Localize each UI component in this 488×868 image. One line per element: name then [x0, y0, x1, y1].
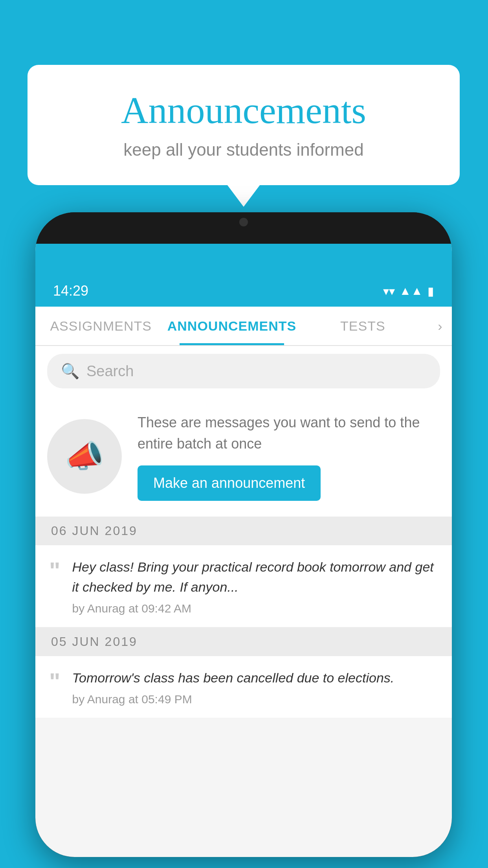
announcement-icon-circle: 📣	[47, 419, 122, 494]
announcement-message-2: Tomorrow's class has been cancelled due …	[72, 668, 438, 688]
bubble-title: Announcements	[59, 88, 428, 132]
phone-frame: 14:29 ▾▾ ▲▲ ▮ ← Physics Batch 12 Owner ⚙…	[35, 212, 452, 857]
notch-center	[200, 212, 287, 232]
bubble-subtitle: keep all your students informed	[59, 140, 428, 160]
announcement-prompt: 📣 These are messages you want to send to…	[35, 396, 452, 517]
status-bar: 14:29 ▾▾ ▲▲ ▮	[35, 275, 452, 307]
quote-icon-2: "	[49, 670, 60, 693]
status-time: 14:29	[53, 283, 88, 299]
tabs-bar: ASSIGNMENTS ANNOUNCEMENTS TESTS ›	[35, 307, 452, 346]
battery-icon: ▮	[427, 284, 434, 298]
search-input[interactable]: Search	[86, 363, 134, 380]
search-bar: 🔍 Search	[35, 346, 452, 396]
signal-icon: ▲▲	[400, 284, 423, 298]
camera	[239, 218, 248, 226]
speech-bubble: Announcements keep all your students inf…	[28, 65, 460, 185]
make-announcement-button[interactable]: Make an announcement	[138, 465, 321, 501]
announcement-by-1: by Anurag at 09:42 AM	[72, 602, 438, 615]
announcement-item-2[interactable]: " Tomorrow's class has been cancelled du…	[35, 656, 452, 718]
status-icons: ▾▾ ▲▲ ▮	[383, 284, 434, 298]
announcement-item-1[interactable]: " Hey class! Bring your practical record…	[35, 545, 452, 627]
announcement-right: These are messages you want to send to t…	[138, 412, 440, 501]
announcement-text-group-2: Tomorrow's class has been cancelled due …	[72, 668, 438, 706]
tab-assignments[interactable]: ASSIGNMENTS	[35, 307, 166, 345]
announcement-message-1: Hey class! Bring your practical record b…	[72, 557, 438, 597]
wifi-icon: ▾▾	[383, 284, 395, 298]
announcement-text-group-1: Hey class! Bring your practical record b…	[72, 557, 438, 615]
phone-notch	[35, 212, 452, 244]
tab-announcements[interactable]: ANNOUNCEMENTS	[166, 307, 297, 345]
date-separator-1: 06 JUN 2019	[35, 517, 452, 545]
announcement-by-2: by Anurag at 05:49 PM	[72, 693, 438, 706]
megaphone-icon: 📣	[65, 438, 104, 475]
announcement-description: These are messages you want to send to t…	[138, 412, 440, 454]
search-icon: 🔍	[61, 362, 79, 380]
content-area: 🔍 Search 📣 These are messages you want t…	[35, 346, 452, 718]
tab-tests[interactable]: TESTS	[297, 307, 428, 345]
quote-icon-1: "	[49, 559, 60, 583]
phone-screen: 14:29 ▾▾ ▲▲ ▮ ← Physics Batch 12 Owner ⚙…	[35, 244, 452, 857]
tab-more[interactable]: ›	[428, 318, 452, 334]
search-input-wrap[interactable]: 🔍 Search	[47, 354, 440, 388]
date-separator-2: 05 JUN 2019	[35, 627, 452, 656]
